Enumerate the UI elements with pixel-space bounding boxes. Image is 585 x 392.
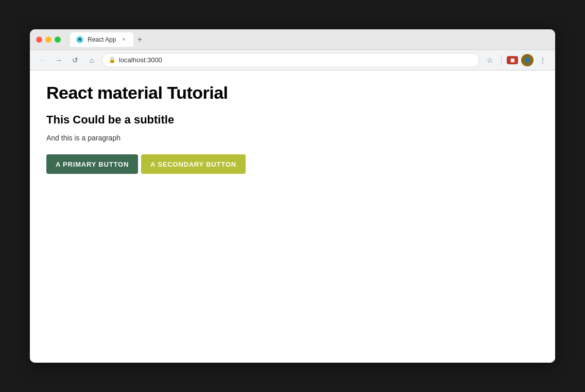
home-button[interactable]: ⌂ — [85, 54, 98, 66]
bookmark-button[interactable]: ☆ — [484, 54, 496, 66]
separator — [501, 55, 502, 65]
address-text: localhost:3000 — [119, 56, 162, 64]
reload-button[interactable]: ↺ — [69, 54, 81, 66]
page-content: React material Tutorial This Could be a … — [30, 70, 555, 363]
button-row: A PRIMARY BUTTON A SECONDARY BUTTON — [46, 154, 539, 174]
page-paragraph: And this is a paragraph — [46, 134, 539, 142]
close-button[interactable] — [36, 37, 42, 43]
primary-button[interactable]: A PRIMARY BUTTON — [46, 154, 138, 174]
secondary-button[interactable]: A SECONDARY BUTTON — [141, 154, 246, 174]
lock-icon: 🔒 — [109, 57, 116, 63]
traffic-lights — [36, 37, 61, 43]
nav-actions: ☆ ▦ 👤 ⋮ — [484, 54, 549, 66]
browser-window: R React App × + ← → ↺ ⌂ 🔒 localhost:3000… — [30, 29, 555, 363]
tab-close-button[interactable]: × — [120, 36, 127, 43]
address-bar[interactable]: 🔒 localhost:3000 — [102, 53, 479, 67]
profile-avatar[interactable]: 👤 — [521, 54, 534, 66]
maximize-button[interactable] — [55, 37, 61, 43]
forward-button[interactable]: → — [53, 54, 65, 66]
tab-bar: R React App × + — [70, 32, 549, 47]
menu-button[interactable]: ⋮ — [537, 54, 549, 66]
tab-title: React App — [88, 36, 116, 43]
extensions-button[interactable]: ▦ — [507, 56, 518, 64]
page-title: React material Tutorial — [46, 83, 539, 103]
tab-favicon: R — [76, 36, 83, 43]
page-subtitle: This Could be a subtitle — [46, 113, 539, 127]
title-bar: R React App × + — [30, 29, 555, 50]
nav-bar: ← → ↺ ⌂ 🔒 localhost:3000 ☆ ▦ 👤 ⋮ — [30, 50, 555, 70]
active-tab[interactable]: R React App × — [70, 32, 133, 47]
new-tab-button[interactable]: + — [133, 33, 146, 46]
back-button[interactable]: ← — [36, 54, 48, 66]
minimize-button[interactable] — [45, 37, 51, 43]
